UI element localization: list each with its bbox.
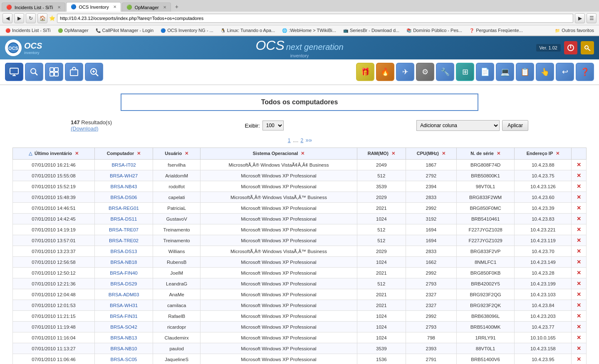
delete-button-4[interactable]: ✕: [577, 205, 581, 211]
new-tab-button[interactable]: +: [172, 2, 182, 12]
computer-link-5[interactable]: BRSA-DS11: [111, 216, 137, 221]
nav-groups[interactable]: [45, 63, 63, 81]
delete-button-13[interactable]: ✕: [577, 302, 581, 308]
nav-doc[interactable]: 📄: [476, 63, 494, 81]
delete-button-16[interactable]: ✕: [577, 334, 581, 341]
remove-col-inventory[interactable]: ✕: [75, 151, 79, 156]
computer-link-3[interactable]: BRSA-DS06: [111, 195, 137, 200]
delete-button-5[interactable]: ✕: [577, 216, 581, 222]
apply-button[interactable]: Aplicar: [502, 120, 528, 131]
go-button[interactable]: ▶: [575, 13, 585, 23]
tab-close-incidents[interactable]: ✕: [57, 5, 61, 10]
computer-link-17[interactable]: BRSA-NB10: [111, 346, 137, 351]
bookmark-callpilot[interactable]: 📞 CallPilot Manager - Login: [93, 27, 156, 34]
page-2-link[interactable]: 2: [301, 138, 304, 143]
computer-link-8[interactable]: BRSA-DS13: [111, 249, 137, 254]
computer-link-13[interactable]: BRSA-WH31: [110, 303, 138, 308]
tab-incidents[interactable]: 🔴 Incidents List - SiTi ✕: [2, 2, 65, 12]
cell-serial-8: BRG833F2VP: [456, 246, 515, 257]
delete-button-0[interactable]: ✕: [577, 162, 581, 168]
remove-col-cpu[interactable]: ✕: [442, 151, 446, 156]
tab-close-ocs[interactable]: ✕: [113, 5, 116, 9]
cell-cpu-16: 798: [406, 332, 456, 343]
remove-col-computer[interactable]: ✕: [137, 151, 141, 156]
delete-button-2[interactable]: ✕: [577, 183, 581, 189]
nav-laptop[interactable]: 💻: [496, 63, 514, 81]
delete-button-9[interactable]: ✕: [577, 259, 581, 265]
delete-button-3[interactable]: ✕: [577, 194, 581, 200]
bookmark-icon-dominio: 📚: [406, 27, 412, 33]
tab-close-op[interactable]: ✕: [163, 5, 166, 10]
nav-wrench[interactable]: 🔧: [436, 63, 454, 81]
back-button[interactable]: ◀: [2, 13, 12, 23]
home-button[interactable]: 🏠: [37, 13, 47, 23]
nav-query[interactable]: [85, 63, 103, 81]
computer-link-14[interactable]: BRSA-FIN31: [110, 314, 137, 319]
nav-fire[interactable]: 🔥: [376, 63, 394, 81]
nav-gear[interactable]: ⚙: [416, 63, 434, 81]
bookmark-others[interactable]: 📁 Outros favoritos: [552, 27, 597, 34]
tab-ocs[interactable]: 🔵 OCS Inventory ✕: [66, 2, 121, 12]
next-page-arrow[interactable]: »»: [306, 137, 312, 143]
computer-link-2[interactable]: BRSA-NB43: [111, 184, 137, 189]
nav-help[interactable]: ❓: [576, 63, 594, 81]
remove-col-os[interactable]: ✕: [301, 151, 304, 156]
reload-button[interactable]: ↻: [26, 13, 36, 23]
nav-gift[interactable]: 🎁: [356, 63, 374, 81]
nav-packages[interactable]: [65, 63, 83, 81]
delete-button-17[interactable]: ✕: [577, 345, 581, 352]
key-button[interactable]: [581, 41, 594, 54]
remove-col-ram[interactable]: ✕: [391, 151, 395, 156]
computer-link-11[interactable]: BRSA-DS29: [111, 281, 137, 286]
bookmark-ocs[interactable]: 🔵 OCS Inventory NG - ...: [158, 27, 216, 34]
delete-button-10[interactable]: ✕: [577, 270, 581, 276]
delete-button-7[interactable]: ✕: [577, 237, 581, 243]
bookmark-dominio[interactable]: 📚 Domínio Público - Pes...: [403, 27, 465, 34]
computer-link-12[interactable]: BRSA-ADM03: [109, 292, 139, 297]
nav-clipboard[interactable]: 📋: [516, 63, 534, 81]
add-column-select[interactable]: Adicionar coluna: [416, 120, 500, 131]
forward-button[interactable]: ▶: [14, 13, 24, 23]
computer-link-4[interactable]: BRSA-REG01: [109, 206, 139, 211]
remove-col-user[interactable]: ✕: [185, 151, 188, 156]
bookmark-series[interactable]: 📺 SeriesBr - Download d...: [340, 27, 402, 34]
nav-plane[interactable]: ✈: [396, 63, 414, 81]
tab-opmanager[interactable]: 🟢 OpManager ✕: [122, 2, 171, 12]
computer-link-16[interactable]: BRSA-NB13: [111, 335, 137, 340]
nav-back[interactable]: ↩: [556, 63, 574, 81]
logout-button[interactable]: [564, 41, 577, 54]
remove-col-serial[interactable]: ✕: [497, 151, 500, 156]
computer-link-6[interactable]: BRSA-TRE07: [109, 227, 139, 232]
bookmark-incidents[interactable]: 🔴 Incidents List - SiTi: [2, 27, 53, 34]
nav-search[interactable]: [25, 63, 43, 81]
computer-link-10[interactable]: BRSA-FIN40: [110, 271, 137, 275]
bookmark-opmanager[interactable]: 🟢 OpManager: [55, 27, 91, 34]
computer-link-7[interactable]: BRSA-TRE02: [109, 238, 139, 243]
address-bar[interactable]: [57, 14, 573, 23]
computer-link-15[interactable]: BRSA-SO42: [110, 325, 137, 330]
remove-col-ip[interactable]: ✕: [556, 151, 559, 156]
download-link[interactable]: (Download): [71, 125, 98, 132]
nav-grid[interactable]: ⊞: [456, 63, 474, 81]
delete-button-12[interactable]: ✕: [577, 291, 581, 298]
delete-button-14[interactable]: ✕: [577, 313, 581, 319]
nav-all-computers[interactable]: [5, 63, 23, 81]
delete-button-6[interactable]: ✕: [577, 226, 581, 233]
nav-pointer[interactable]: 👆: [536, 63, 554, 81]
show-select[interactable]: 10 25 50 100 200: [262, 121, 284, 130]
bookmark-perguntas[interactable]: ❓ Perguntas Freqüente...: [466, 27, 525, 34]
computer-link-18[interactable]: BRSA-SC05: [111, 357, 137, 362]
delete-button-18[interactable]: ✕: [577, 356, 581, 362]
bookmark-linux[interactable]: 🐧 Linux: Tunando o Apa...: [218, 27, 278, 34]
computer-link-0[interactable]: BRSA-IT02: [111, 162, 136, 167]
computer-link-1[interactable]: BRSA-WH27: [110, 173, 138, 178]
page-1-link[interactable]: 1: [288, 138, 291, 143]
sort-icon-inventory[interactable]: △: [29, 151, 32, 156]
delete-button-11[interactable]: ✕: [577, 280, 581, 287]
delete-button-1[interactable]: ✕: [577, 172, 581, 179]
delete-button-15[interactable]: ✕: [577, 324, 581, 330]
bookmark-twiki[interactable]: 🌐 :WebHome > TWikiBi...: [279, 27, 339, 34]
computer-link-9[interactable]: BRSA-NB18: [111, 260, 137, 265]
delete-button-8[interactable]: ✕: [577, 248, 581, 254]
settings-button[interactable]: ☰: [587, 13, 597, 23]
